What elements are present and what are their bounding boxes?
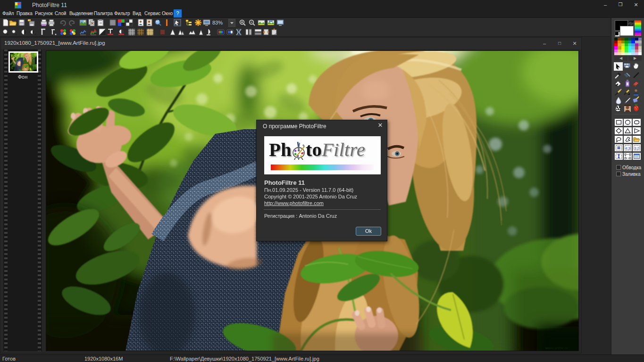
svg-text:3:2: 3:2 — [634, 146, 639, 150]
svg-text:4:3: 4:3 — [625, 146, 630, 150]
